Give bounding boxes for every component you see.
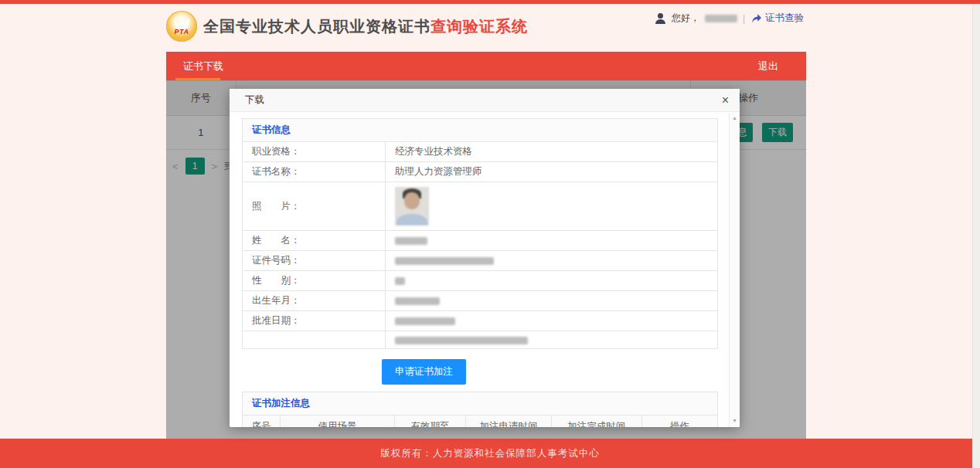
value-id-number [386,251,718,271]
modal-header: 下载 × [230,89,740,112]
user-icon [655,13,666,24]
row-approval-date: 批准日期： [243,311,718,331]
annotation-table: 证书加注信息 序号 使用场景 有效期至 加注申请时间 加注完成时间 操作 1 本… [242,392,718,427]
value-occupation: 经济专业技术资格 [386,142,718,162]
id-photo [395,187,429,226]
label-occupation: 职业资格： [243,142,386,162]
username-redacted [705,15,737,22]
row-name: 姓 名： [243,231,718,251]
value-approval-date [386,311,718,331]
row-occupation: 职业资格： 经济专业技术资格 [243,142,718,162]
value-birth [386,291,718,311]
page-title-accent: 查询验证系统 [430,18,528,35]
birth-redacted [395,297,440,305]
row-photo: 照 片： [243,182,718,231]
apply-annotation-button[interactable]: 申请证书加注 [382,359,466,385]
label-photo: 照 片： [243,182,386,231]
label-approval-date: 批准日期： [243,311,386,331]
footer: 版权所有：人力资源和社会保障部人事考试中心 [0,439,980,468]
main-nav: 证书下载 退出 [166,52,806,80]
label-birth: 出生年月： [243,291,386,311]
row-birth: 出生年月： [243,291,718,311]
share-arrow-icon [750,13,762,23]
browser-scrollbar[interactable] [972,4,980,468]
annotation-header-row: 序号 使用场景 有效期至 加注申请时间 加注完成时间 操作 [243,415,718,428]
row-id-number: 证件号码： [243,251,718,271]
photo-shirt [396,214,427,226]
top-red-strip [0,0,980,4]
scroll-down-icon[interactable]: ▼ [730,418,740,423]
value-gender [386,271,718,291]
modal-title: 下载 [245,93,264,107]
pta-logo-icon: PTA [166,11,197,42]
annotation-section-title: 证书加注信息 [243,392,718,415]
row-cert-name: 证书名称： 助理人力资源管理师 [243,162,718,182]
approval-date-redacted [395,317,455,325]
cert-info-section-title: 证书信息 [243,119,718,142]
col-anno-valid: 有效期至 [394,415,465,428]
copyright-text: 版权所有：人力资源和社会保障部人事考试中心 [380,447,600,460]
row-gender: 性 别： [243,271,718,291]
cert-info-table: 证书信息 职业资格： 经济专业技术资格 证书名称： 助理人力资源管理师 照 片： [242,118,718,349]
logout-button[interactable]: 退出 [730,52,806,80]
value-extra [386,331,718,349]
site-header: PTA 全国专业技术人员职业资格证书查询验证系统 [166,11,528,42]
modal-scrollbar[interactable]: ▲ ▼ [729,113,740,427]
tab-cert-download[interactable]: 证书下载 [166,52,240,80]
value-photo [386,182,718,231]
scroll-up-icon[interactable]: ▲ [730,115,740,120]
label-extra [243,331,386,349]
col-anno-apply-time: 加注申请时间 [466,415,552,428]
modal-body: 证书信息 职业资格： 经济专业技术资格 证书名称： 助理人力资源管理师 照 片： [230,113,729,427]
photo-face [404,192,420,209]
col-anno-seq: 序号 [243,415,281,428]
logo-text: PTA [175,28,189,36]
col-anno-action: 操作 [641,415,717,428]
page-title: 全国专业技术人员职业资格证书查询验证系统 [203,16,528,37]
label-name: 姓 名： [243,231,386,251]
id-number-redacted [395,257,494,265]
download-modal: 下载 × ▲ ▼ 证书信息 职业资格： 经济专业技术资格 证书名称： 助理人力资… [230,89,740,427]
close-icon[interactable]: × [722,94,729,107]
logo-flame-shape [173,15,190,29]
col-anno-scene: 使用场景 [281,415,395,428]
label-gender: 性 别： [243,271,386,291]
row-extra [243,331,718,349]
greeting-text: 您好， [672,12,699,25]
cert-verify-link[interactable]: 证书查验 [750,12,804,25]
gender-redacted [395,277,405,285]
page-title-main: 全国专业技术人员职业资格证书 [203,18,430,35]
col-anno-finish-time: 加注完成时间 [551,415,641,428]
label-cert-name: 证书名称： [243,162,386,182]
value-cert-name: 助理人力资源管理师 [386,162,718,182]
separator: | [743,13,745,24]
name-redacted [395,237,427,245]
header-user-area: 您好， | 证书查验 [655,12,804,25]
label-id-number: 证件号码： [243,251,386,271]
value-name [386,231,718,251]
page: PTA 全国专业技术人员职业资格证书查询验证系统 您好， | 证书查验 证书下载… [0,0,980,468]
cert-verify-label: 证书查验 [765,12,804,25]
extra-redacted [395,337,528,344]
